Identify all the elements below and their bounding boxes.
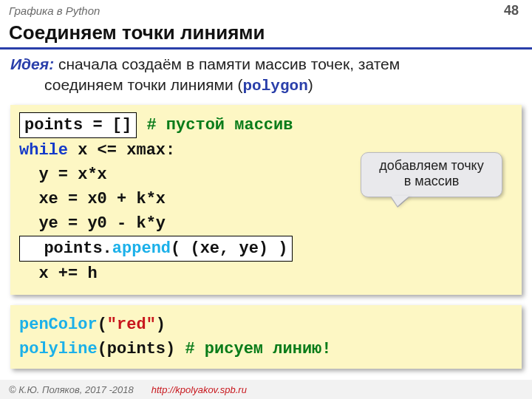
code-line-7: x += h [19,262,513,286]
page-title: Соединяем точки линиями [0,20,532,46]
code-line-6: points.append( (xe, ye) ) [19,236,513,262]
code2-line-2: polyline(points) # рисуем линию! [19,337,513,361]
idea-keyword: polygon [243,78,308,95]
code-l2-rest: x <= xmax: [68,141,175,160]
idea-text-1: сначала создаём в памяти массив точек, з… [54,55,400,72]
idea-label: Идея: [10,55,54,72]
code2-l1-close: ) [156,316,166,334]
idea-text-2a: соединяем точки линиями ( [44,76,243,93]
code2-fn-polyline: polyline [19,340,98,358]
code2-l2-rest: (points) [98,340,185,358]
code-l6-post: ( (xe, ye) ) [171,239,287,258]
code-block-1: points = [] # пустой массив while x <= x… [10,105,522,295]
code2-l1-open: ( [98,316,107,334]
footer-bar: © К.Ю. Поляков, 2017 -2018 http://kpolya… [0,380,532,399]
code-highlight-1: points = [] [19,112,137,138]
code-l6-fn: append [112,239,171,258]
code2-l2-cmt: # рисуем линию! [185,340,331,358]
code-block-2: penColor("red") polyline(points) # рисуе… [10,305,522,369]
subject-label: Графика в Python [9,4,100,17]
code-line-5: ye = y0 - k*y [19,211,513,236]
code2-fn-pencolor: penColor [19,316,98,334]
callout-bubble: добавляем точку в массив [361,152,502,197]
idea-paragraph: Идея: сначала создаём в памяти массив то… [0,54,532,98]
title-divider [0,47,532,50]
code-highlight-2: points.append( (xe, ye) ) [19,236,293,262]
idea-text-2-wrap: соединяем точки линиями (polygon) [10,75,522,97]
code2-l1-arg: "red" [107,316,156,334]
callout-line-1: добавляем точку [367,158,496,174]
code-comment-1: # пустой массив [137,116,293,134]
footer-url: http://kpolyakov.spb.ru [151,384,247,395]
code-l6-pre: points. [24,239,112,258]
code2-line-1: penColor("red") [19,313,513,337]
footer-copyright: © К.Ю. Поляков, 2017 -2018 [9,384,134,395]
code-kw-while: while [19,141,68,160]
callout-line-2: в массив [367,174,496,190]
page-number: 48 [504,3,519,18]
header-bar: Графика в Python 48 [0,0,532,20]
code-line-1: points = [] # пустой массив [19,112,513,138]
idea-text-2b: ) [308,76,313,93]
